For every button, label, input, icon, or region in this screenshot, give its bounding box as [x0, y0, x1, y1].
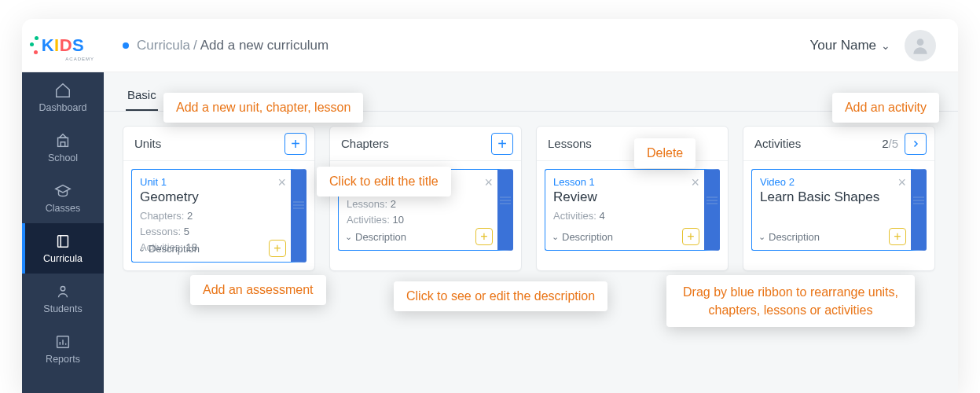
- sidebar-item-curricula[interactable]: Curricula: [22, 223, 104, 274]
- sidebar-item-reports[interactable]: Reports: [22, 324, 104, 374]
- column-chapters: Chapters + × Data Lessons: 2 Activities:…: [329, 126, 522, 271]
- close-icon[interactable]: ×: [484, 174, 493, 191]
- column-units: Units + × Unit 1 Geometry Chapters: 2 Le…: [123, 126, 315, 271]
- description-toggle[interactable]: ⌄Description: [552, 231, 613, 243]
- student-icon: [54, 283, 72, 300]
- add-chapter-button[interactable]: +: [491, 133, 513, 155]
- school-icon: [54, 132, 72, 149]
- card-subtitle[interactable]: Video 2: [760, 176, 903, 188]
- tooltip-drag-ribbon: Drag by blue ribbon to rearrange units, …: [666, 275, 915, 327]
- card-title[interactable]: Learn Basic Shapes: [760, 189, 903, 205]
- add-assessment-button[interactable]: +: [269, 240, 286, 257]
- avatar[interactable]: [905, 30, 936, 61]
- book-icon: [54, 233, 72, 250]
- column-activities: Activities 2/5 × Video 2 Learn Basic Sha…: [743, 126, 935, 271]
- description-toggle[interactable]: ⌄Description: [758, 231, 820, 243]
- tooltip-add-unit: Add a new unit, chapter, lesson: [163, 93, 363, 123]
- tooltip-add-activity: Add an activity: [832, 93, 939, 123]
- chevron-right-icon: [911, 139, 920, 149]
- tooltip-delete: Delete: [634, 138, 696, 168]
- chevron-down-icon: ⌄: [552, 232, 559, 242]
- description-toggle[interactable]: ⌄Description: [345, 231, 406, 243]
- svg-rect-2: [58, 236, 68, 248]
- tooltip-edit-title: Click to edit the title: [317, 167, 451, 196]
- card-subtitle[interactable]: Lesson 1: [553, 176, 696, 188]
- card-title[interactable]: Review: [553, 189, 696, 205]
- lesson-card[interactable]: × Lesson 1 Review Activities: 4 ⌄Descrip…: [545, 169, 720, 251]
- window: Curricula / Add a new curriculum Your Na…: [22, 19, 958, 393]
- sidebar-item-dashboard[interactable]: Dashboard: [22, 72, 104, 123]
- column-title: Units: [134, 137, 284, 150]
- main-area: Basic Units + × Unit 1 Geometry C: [104, 72, 958, 393]
- chevron-down-icon: ⌄: [345, 232, 352, 242]
- drag-handle-icon[interactable]: [500, 194, 511, 206]
- brand-logo: KIDS ACADEMY: [22, 19, 104, 72]
- chevron-down-icon[interactable]: ⌄: [881, 39, 890, 52]
- add-assessment-button[interactable]: +: [475, 228, 493, 245]
- svg-point-3: [61, 287, 65, 292]
- topbar: Curricula / Add a new curriculum Your Na…: [22, 19, 958, 72]
- breadcrumb-separator: /: [193, 38, 197, 53]
- column-lessons: Lessons + × Lesson 1 Review Activities: …: [536, 126, 729, 271]
- home-icon: [54, 82, 72, 99]
- next-activity-button[interactable]: [905, 133, 927, 155]
- card-title[interactable]: Geometry: [140, 189, 283, 205]
- tooltip-add-assessment: Add an assessment: [190, 275, 326, 305]
- chart-icon: [54, 333, 72, 351]
- svg-point-0: [917, 39, 924, 46]
- add-assessment-button[interactable]: +: [682, 228, 699, 245]
- tab-basic[interactable]: Basic: [126, 83, 158, 111]
- drag-handle-icon[interactable]: [913, 194, 924, 206]
- sidebar: Dashboard School Classes Curricula Stude…: [22, 72, 104, 393]
- add-assessment-button[interactable]: +: [889, 228, 906, 245]
- breadcrumb-current: Add a new curriculum: [200, 38, 329, 53]
- breadcrumb-indicator-icon: [123, 42, 129, 49]
- activity-card[interactable]: × Video 2 Learn Basic Shapes ⌄Descriptio…: [751, 169, 927, 251]
- chevron-down-icon: ⌄: [138, 244, 145, 254]
- close-icon[interactable]: ×: [691, 174, 699, 191]
- card-meta: Activities: 4: [553, 208, 696, 224]
- breadcrumb-root[interactable]: Curricula: [137, 38, 190, 53]
- card-subtitle[interactable]: Unit 1: [140, 176, 283, 188]
- activities-count: 2/5: [882, 137, 898, 150]
- app-root: KIDS ACADEMY Curricula / Add a new curri…: [0, 0, 980, 393]
- tooltip-edit-description: Click to see or edit the description: [394, 281, 607, 311]
- unit-card[interactable]: × Unit 1 Geometry Chapters: 2 Lessons: 5…: [131, 169, 306, 263]
- sidebar-item-students[interactable]: Students: [22, 274, 104, 324]
- user-name-label[interactable]: Your Name: [810, 38, 876, 53]
- card-meta: Lessons: 2 Activities: 10: [347, 196, 490, 228]
- close-icon[interactable]: ×: [277, 174, 286, 191]
- sidebar-item-classes[interactable]: Classes: [22, 173, 104, 223]
- columns-row: Units + × Unit 1 Geometry Chapters: 2 Le…: [104, 112, 958, 285]
- sidebar-item-school[interactable]: School: [22, 123, 104, 173]
- description-toggle[interactable]: ⌄Description: [138, 243, 200, 255]
- drag-handle-icon[interactable]: [293, 199, 304, 211]
- close-icon[interactable]: ×: [897, 174, 906, 191]
- add-unit-button[interactable]: +: [284, 133, 306, 155]
- graduation-cap-icon: [54, 182, 72, 200]
- column-title: Chapters: [341, 137, 491, 150]
- chevron-down-icon: ⌄: [758, 232, 765, 242]
- drag-handle-icon[interactable]: [707, 194, 718, 206]
- column-title: Activities: [754, 137, 882, 150]
